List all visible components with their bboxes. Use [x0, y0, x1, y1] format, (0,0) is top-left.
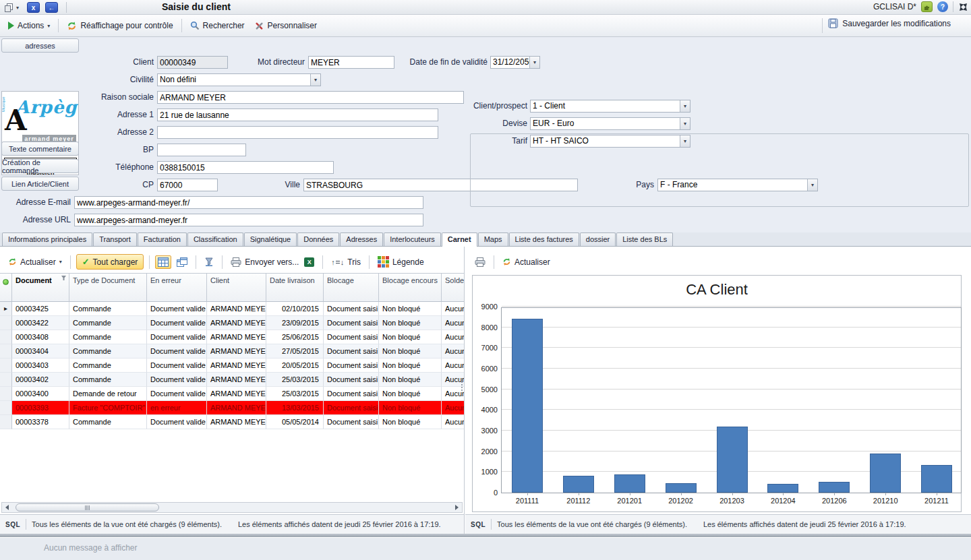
- adresse2-field[interactable]: [157, 126, 438, 139]
- grid-refresh-button[interactable]: Actualiser ▾: [5, 255, 65, 269]
- filter-funnel-icon[interactable]: [61, 274, 67, 282]
- table-row[interactable]: 00003403CommandeDocument valideARMAND ME…: [0, 359, 464, 373]
- tab-transport[interactable]: Transport: [93, 232, 137, 246]
- table-row[interactable]: 00003408CommandeDocument valideARMAND ME…: [0, 330, 464, 344]
- y-tick-label: 1000: [475, 468, 498, 476]
- civilite-combo[interactable]: Non défini ▾: [157, 73, 321, 86]
- sidebar-button-adresses[interactable]: adresses: [1, 38, 79, 53]
- sidebar-button-texte-commentaire[interactable]: Texte commentaire: [1, 142, 79, 156]
- tab-informations-principales[interactable]: Informations principales: [2, 232, 92, 246]
- sort-button[interactable]: ↑↓ Tris: [328, 255, 363, 269]
- current-row-arrow-icon[interactable]: ▸: [0, 302, 12, 316]
- scrollbar-thumb[interactable]: [16, 503, 159, 511]
- scroll-right-icon[interactable]: [452, 503, 462, 512]
- x-tick: [732, 493, 733, 495]
- mot-directeur-field[interactable]: [308, 56, 394, 69]
- tab-adresses[interactable]: Adresses: [340, 232, 383, 246]
- url-field[interactable]: [74, 214, 423, 226]
- client-prospect-caret-icon[interactable]: ▾: [680, 100, 690, 112]
- date-fin-combo[interactable]: 31/12/2050 ▾: [490, 56, 540, 69]
- window-menu-caret-icon[interactable]: ▾: [16, 5, 19, 11]
- tarif-combo[interactable]: HT - HT SAICO ▾: [530, 135, 690, 148]
- civilite-caret-icon[interactable]: ▾: [310, 74, 320, 86]
- table-row[interactable]: 00003402CommandeDocument valideARMAND ME…: [0, 373, 464, 387]
- row-selector[interactable]: [0, 359, 12, 373]
- raison-sociale-field[interactable]: [157, 91, 464, 104]
- adresse1-field[interactable]: [157, 108, 438, 121]
- row-selector[interactable]: [0, 387, 12, 401]
- column-header-client[interactable]: Client: [207, 274, 266, 302]
- table-view-icon[interactable]: [155, 255, 171, 269]
- row-selector[interactable]: [0, 401, 12, 415]
- devise-caret-icon[interactable]: ▾: [680, 118, 690, 129]
- scroll-left-icon[interactable]: [2, 503, 12, 512]
- cp-field[interactable]: [157, 179, 218, 191]
- excel-icon[interactable]: X: [301, 255, 317, 269]
- row-selector[interactable]: [0, 373, 12, 387]
- cell: 00003393: [12, 401, 69, 415]
- actions-button[interactable]: Actions ▾: [5, 19, 53, 32]
- filter-icon[interactable]: [202, 255, 216, 268]
- table-row[interactable]: 00003393Facture "COMPTOIR"en erreurARMAN…: [0, 401, 464, 415]
- devise-combo[interactable]: EUR - Euro ▾: [530, 117, 690, 130]
- card-view-icon[interactable]: [174, 255, 190, 269]
- tab-carnet[interactable]: Carnet: [442, 232, 477, 247]
- sidebar-button-creation-commande[interactable]: Création de commande: [1, 159, 79, 173]
- client-prospect-value: 1 - Client: [531, 100, 680, 112]
- email-field[interactable]: [74, 196, 423, 209]
- tab-interlocuteurs[interactable]: Interlocuteurs: [384, 232, 441, 246]
- date-fin-caret-icon[interactable]: ▾: [529, 57, 539, 68]
- row-selector[interactable]: [0, 344, 12, 359]
- column-header-en-erreur[interactable]: En erreur: [147, 274, 207, 302]
- column-header-document[interactable]: Document: [12, 274, 69, 302]
- table-row[interactable]: 00003404CommandeDocument valideARMAND ME…: [0, 344, 464, 359]
- x-tick-label: 201210: [860, 497, 911, 505]
- column-header-blocage-encours[interactable]: Blocage encours: [379, 274, 442, 302]
- row-selector[interactable]: [0, 316, 12, 330]
- table-row[interactable]: 00003400Demande de retourDocument valide…: [0, 387, 464, 401]
- legend-button[interactable]: Légende: [375, 254, 427, 270]
- close-view-button[interactable]: x: [27, 2, 40, 13]
- tab-classification[interactable]: Classification: [187, 232, 243, 246]
- column-header-type-de-document[interactable]: Type de Document: [69, 274, 147, 302]
- main-toolbar: Actions ▾ Réaffichage pour contrôle Rech…: [0, 15, 971, 37]
- send-to-button[interactable]: Envoyer vers...: [228, 255, 301, 269]
- splitter-grip[interactable]: [461, 381, 463, 391]
- collapse-icon[interactable]: [958, 2, 968, 12]
- cell: Document valide: [147, 302, 207, 316]
- column-header-date-livraison[interactable]: Date livraison: [266, 274, 324, 302]
- chart-refresh-button[interactable]: Actualiser: [500, 255, 553, 269]
- cell: Document valide: [147, 373, 207, 387]
- telephone-field[interactable]: [157, 161, 334, 174]
- tab-donn-es[interactable]: Données: [297, 232, 339, 246]
- help-icon[interactable]: ?: [937, 1, 948, 12]
- row-selector[interactable]: [0, 415, 12, 429]
- client-prospect-combo[interactable]: 1 - Client ▾: [530, 100, 690, 113]
- plugin-icon[interactable]: [921, 1, 933, 12]
- table-row[interactable]: 00003422CommandeDocument valideARMAND ME…: [0, 316, 464, 330]
- load-all-button[interactable]: ✓ Tout charger: [76, 254, 144, 270]
- window-copy-icon[interactable]: [4, 3, 14, 13]
- customize-button[interactable]: Personnaliser: [252, 19, 320, 33]
- tab-facturation[interactable]: Facturation: [138, 232, 187, 246]
- table-row[interactable]: 00003378CommandeDocument valideARMAND ME…: [0, 415, 464, 429]
- refresh-control-button[interactable]: Réaffichage pour contrôle: [64, 19, 175, 33]
- horizontal-scrollbar[interactable]: [1, 502, 463, 513]
- sidebar-button-lien-article-client[interactable]: Lien Article/Client: [1, 177, 79, 191]
- bp-field[interactable]: [157, 144, 246, 156]
- search-button[interactable]: Rechercher: [187, 19, 247, 32]
- table-row[interactable]: ▸00003425CommandeDocument valideARMAND M…: [0, 302, 464, 316]
- tab-signal-tique[interactable]: Signalétique: [244, 232, 297, 246]
- column-header-blocage[interactable]: Blocage: [324, 274, 379, 302]
- tab-liste-des-factures[interactable]: Liste des factures: [509, 232, 579, 246]
- client-field[interactable]: [157, 56, 228, 69]
- tarif-caret-icon[interactable]: ▾: [680, 135, 690, 147]
- tab-dossier[interactable]: dossier: [580, 232, 616, 246]
- column-header-solde[interactable]: Solde: [442, 274, 464, 302]
- row-selector[interactable]: [0, 330, 12, 344]
- tab-liste-des-bls[interactable]: Liste des BLs: [616, 232, 673, 246]
- save-button[interactable]: Sauvegarder les modifications: [828, 18, 951, 28]
- printer-icon[interactable]: [472, 255, 488, 269]
- tab-maps[interactable]: Maps: [478, 232, 508, 246]
- back-button[interactable]: ←: [45, 2, 58, 13]
